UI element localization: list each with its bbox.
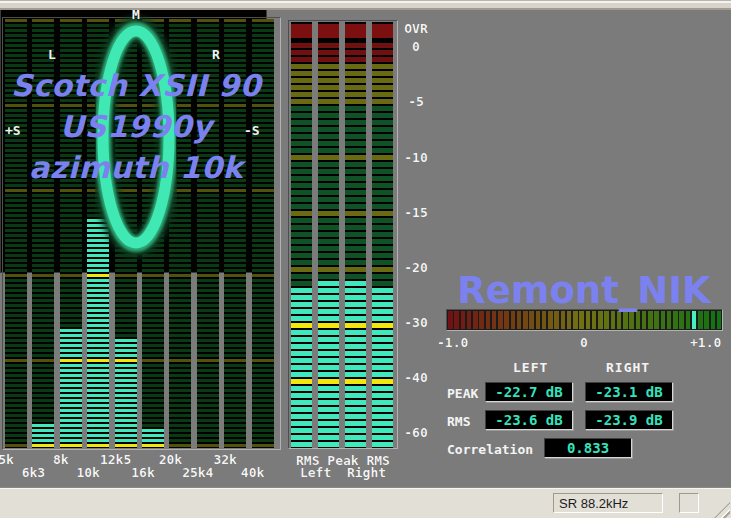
spectrum-segment <box>252 279 274 282</box>
meter-segment <box>372 162 393 167</box>
freq-label-16k: 16k <box>123 466 163 479</box>
meter-segment <box>291 232 312 237</box>
meter-segment <box>291 323 312 328</box>
spectrum-segment <box>115 399 137 402</box>
spectrum-segment <box>32 389 54 392</box>
meter-segment <box>318 134 339 139</box>
spectrum-segment <box>169 379 191 382</box>
gonio-label-left: L <box>48 48 56 61</box>
correlation-segment <box>536 311 541 329</box>
spectrum-segment <box>115 284 137 287</box>
meter-segment <box>372 316 393 321</box>
meter-segment <box>345 281 366 286</box>
spectrum-segment <box>87 409 109 412</box>
correlation-segment <box>592 311 597 329</box>
meter-segment <box>345 393 366 398</box>
resize-grip-icon[interactable] <box>714 502 730 518</box>
meter-segment <box>372 141 393 146</box>
spectrum-segment <box>87 399 109 402</box>
meter-segment <box>318 78 339 83</box>
spectrum-segment <box>142 394 164 397</box>
meter-segment <box>318 64 339 69</box>
meter-segment <box>291 435 312 440</box>
spectrum-segment <box>115 324 137 327</box>
meter-segment <box>291 176 312 181</box>
meter-segment <box>372 204 393 209</box>
spectrum-segment <box>60 309 82 312</box>
meter-segment <box>291 253 312 258</box>
meter-ovr-block <box>318 24 339 38</box>
meter-segment <box>372 435 393 440</box>
meter-segment <box>345 323 366 328</box>
meter-segment <box>372 183 393 188</box>
correlation-segment <box>692 311 697 329</box>
meter-segment <box>291 428 312 433</box>
spectrum-segment <box>169 439 191 442</box>
spectrum-segment <box>60 429 82 432</box>
spectrum-segment <box>252 379 274 382</box>
meter-segment <box>345 442 366 447</box>
spectrum-segment <box>5 424 27 427</box>
spectrum-segment <box>169 349 191 352</box>
spectrum-segment <box>142 434 164 437</box>
correlation-segment <box>554 311 559 329</box>
meter-segment <box>318 99 339 104</box>
spectrum-segment <box>142 444 164 447</box>
spectrum-segment <box>5 434 27 437</box>
spectrum-segment <box>115 444 137 447</box>
spectrum-segment <box>60 399 82 402</box>
meter-segment <box>318 239 339 244</box>
spectrum-segment <box>142 404 164 407</box>
correlation-readout: 0.833 <box>544 438 632 458</box>
spectrum-segment <box>32 444 54 447</box>
spectrum-segment <box>5 414 27 417</box>
spectrum-segment <box>142 299 164 302</box>
meter-bar-peak-right <box>345 22 366 448</box>
spectrum-segment <box>60 294 82 297</box>
spectrum-segment <box>142 334 164 337</box>
spectrum-segment <box>5 419 27 422</box>
meter-segment <box>372 64 393 69</box>
meter-segment <box>318 421 339 426</box>
meter-segment <box>318 232 339 237</box>
spectrum-segment <box>5 389 27 392</box>
correlation-segment <box>648 311 653 329</box>
meter-segment <box>291 281 312 286</box>
spectrum-segment <box>224 389 246 392</box>
spectrum-segment <box>32 279 54 282</box>
meter-segment <box>318 71 339 76</box>
spectrum-segment <box>5 274 27 277</box>
spectrum-segment <box>60 414 82 417</box>
meter-ovr-block <box>345 24 366 38</box>
spectrum-segment <box>115 384 137 387</box>
spectrum-segment <box>32 394 54 397</box>
spectrum-segment <box>197 279 219 282</box>
spectrum-segment <box>169 384 191 387</box>
spectrum-segment <box>87 434 109 437</box>
meter-segment <box>318 162 339 167</box>
correlation-segment <box>561 311 566 329</box>
spectrum-segment <box>197 374 219 377</box>
meter-segment <box>345 120 366 125</box>
spectrum-segment <box>224 284 246 287</box>
spectrum-segment <box>252 339 274 342</box>
spectrum-segment <box>115 414 137 417</box>
spectrum-segment <box>169 334 191 337</box>
meter-segment <box>318 106 339 111</box>
meter-segment <box>372 57 393 62</box>
correlation-segment <box>523 311 528 329</box>
spectrum-segment <box>197 444 219 447</box>
correlation-segment <box>486 311 491 329</box>
spectrum-segment <box>60 354 82 357</box>
spectrum-segment <box>142 414 164 417</box>
meter-segment <box>291 169 312 174</box>
meter-segment <box>372 281 393 286</box>
correlation-segment <box>473 311 478 329</box>
meter-segment <box>372 323 393 328</box>
spectrum-segment <box>224 429 246 432</box>
spectrum-segment <box>224 384 246 387</box>
spectrum-segment <box>87 309 109 312</box>
spectrum-segment <box>60 284 82 287</box>
spectrum-segment <box>169 394 191 397</box>
spectrum-segment <box>252 414 274 417</box>
